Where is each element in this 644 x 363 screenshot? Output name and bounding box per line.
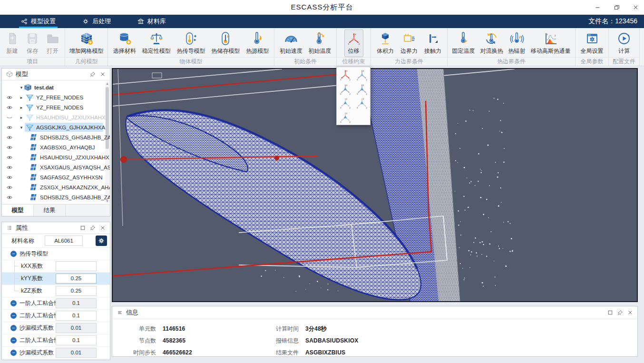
- toolbar-button-contact-force[interactable]: 接触力: [422, 30, 443, 57]
- eye-visible-icon[interactable]: [6, 134, 13, 141]
- property-value-input[interactable]: 0.01: [56, 348, 97, 358]
- panel-tab-2[interactable]: 结果: [34, 205, 66, 216]
- toolbar-button-body-force[interactable]: 体积力: [375, 30, 396, 57]
- pin-icon[interactable]: [616, 309, 624, 316]
- viewport-3d[interactable]: [112, 68, 638, 302]
- close-icon[interactable]: [99, 225, 106, 232]
- eye-visible-icon[interactable]: [6, 144, 13, 151]
- toolbar-button-stability-scale[interactable]: 稳定性模型: [140, 30, 173, 57]
- toolbar-button-speed-gauge[interactable]: 初始速度: [278, 30, 304, 57]
- pin-icon[interactable]: [89, 71, 96, 78]
- collapse-minus-icon[interactable]: −: [10, 325, 17, 331]
- minimize-button[interactable]: [594, 3, 601, 11]
- displacement-option-6-triad-blue-z[interactable]: [355, 96, 369, 109]
- tree-item-12[interactable]: SDHSBJZS_GHSABJHB_ZAHU: [2, 192, 110, 202]
- collapse-minus-icon[interactable]: −: [10, 300, 17, 306]
- toolbar-button-axis-triad-red[interactable]: 位移: [345, 30, 363, 57]
- caret-down-icon[interactable]: ▾: [19, 125, 24, 130]
- info-row: 计算时间3分48秒: [268, 323, 358, 334]
- collapse-minus-icon[interactable]: −: [10, 313, 17, 319]
- toolbar-button-fixed-temp[interactable]: 固定温度: [450, 30, 477, 57]
- tree-item-1[interactable]: ▾test.dat: [2, 82, 110, 92]
- property-value-input[interactable]: 0.01: [56, 323, 97, 333]
- toolbar-button-file-new[interactable]: 新建: [3, 30, 21, 57]
- caret-down-icon[interactable]: ▾: [19, 85, 24, 90]
- info-label: 计算时间: [268, 325, 299, 333]
- boundary-force-icon: [402, 31, 416, 46]
- info-value: 466526622: [163, 349, 192, 356]
- eye-visible-icon[interactable]: [6, 174, 13, 181]
- close-button[interactable]: [632, 3, 639, 11]
- property-value-input[interactable]: 0.25: [56, 274, 97, 284]
- caret-right-icon[interactable]: ▸: [19, 105, 24, 110]
- displacement-option-3-triad-blue-center[interactable]: [339, 82, 352, 96]
- tree-item-11[interactable]: ZSXGX_HSAKAZNZXK_AHASX: [2, 182, 110, 192]
- nav-tab-2[interactable]: 后处理: [77, 15, 117, 28]
- scroll-up-icon[interactable]: ▲: [105, 81, 109, 86]
- toolbar-button-label: 初始温度: [308, 47, 331, 55]
- toolbar-button-radiation[interactable]: 热辐射: [507, 30, 527, 57]
- tree-item-5[interactable]: ▾AGSGKJKG_GJHXAJKHXA: [2, 122, 110, 132]
- toolbar-group-1: 新建保存打开项目: [0, 28, 65, 66]
- tree-item-7[interactable]: XAGBSXG_AYHAQBJ: [2, 142, 110, 152]
- material-settings-button[interactable]: [96, 235, 107, 246]
- property-value-input[interactable]: 0.1: [56, 335, 97, 345]
- maximize-icon[interactable]: [606, 309, 614, 316]
- toolbar-button-folder-open[interactable]: 打开: [44, 30, 62, 57]
- property-value-input[interactable]: [56, 261, 97, 271]
- collapse-minus-icon[interactable]: −: [10, 337, 17, 343]
- material-name-input[interactable]: AL6061: [45, 235, 83, 246]
- toolbar-button-convection[interactable]: 对流换热: [478, 30, 505, 57]
- toolbar-button-thermo-conduct[interactable]: 热传导模型: [175, 30, 207, 57]
- nav-tab-3[interactable]: 材料库: [132, 15, 172, 28]
- displacement-option-5-triad-blue-z[interactable]: [339, 96, 352, 109]
- toolbar-button-compute-play[interactable]: 计算: [615, 30, 633, 57]
- property-value-input[interactable]: 0.1: [56, 298, 97, 308]
- eye-visible-icon[interactable]: [6, 154, 13, 161]
- maximize-icon[interactable]: [79, 225, 86, 232]
- tree-item-4[interactable]: ▸HSAUHDISU_JZXIUXHAHX: [2, 112, 110, 122]
- eye-visible-icon[interactable]: [6, 104, 13, 111]
- eye-visible-icon[interactable]: [6, 184, 13, 191]
- caret-right-icon[interactable]: ▸: [19, 115, 24, 120]
- close-icon[interactable]: [626, 309, 634, 316]
- tree-item-2[interactable]: ▸YZ_FREE_NODES: [2, 92, 110, 102]
- displacement-option-1-triad-red-selected[interactable]: [339, 68, 352, 81]
- property-value-input[interactable]: 0.1: [56, 311, 97, 321]
- eye-visible-icon[interactable]: [6, 124, 13, 131]
- toolbar-button-material-db-add[interactable]: 选择材料: [111, 30, 138, 57]
- tree-item-3[interactable]: ▸YZ_FREE_NODES: [2, 102, 110, 112]
- panel-tab-1[interactable]: 模型: [2, 205, 34, 216]
- toolbar-button-save[interactable]: 保存: [23, 30, 41, 57]
- tree-item-8[interactable]: HSAUHDISU_JZXIUXHAHX: [2, 152, 110, 162]
- toolbar-button-gauss-flux[interactable]: 移动高斯热通量: [529, 30, 573, 57]
- pin-icon[interactable]: [89, 225, 96, 232]
- toolbar-button-thermo-storage[interactable]: 热储存模型: [209, 30, 242, 57]
- tree-item-10[interactable]: SAGFASGZ_ASYHHXSN: [2, 172, 110, 182]
- collapse-minus-icon[interactable]: −: [10, 350, 17, 356]
- toolbar-button-thermo-source[interactable]: 热源模型: [244, 30, 271, 57]
- toolbar-button-mesh-cube-add[interactable]: 增加网格模型: [68, 30, 106, 57]
- toolbar-button-boundary-force[interactable]: 边界力: [399, 30, 420, 57]
- eye-hidden-icon[interactable]: [6, 114, 13, 121]
- eye-visible-icon[interactable]: [6, 94, 13, 101]
- eye-visible-icon[interactable]: [6, 164, 13, 171]
- collapse-minus-icon[interactable]: −: [10, 251, 17, 257]
- nav-tab-1[interactable]: 模型设置: [15, 15, 61, 28]
- toolbar-button-label: 打开: [47, 47, 59, 55]
- toolbar-button-global-settings[interactable]: 全局设置: [579, 30, 605, 57]
- restore-button[interactable]: [613, 3, 620, 11]
- displacement-option-4-triad-blue-center[interactable]: [355, 82, 369, 96]
- property-value-input[interactable]: 0.25: [56, 286, 97, 296]
- tree-item-6[interactable]: SDHSBJZS_GHSABJHB_ZAHU: [2, 132, 110, 142]
- toolbar-button-thermo-initial[interactable]: 初始温度: [306, 30, 333, 57]
- tree-item-9[interactable]: XSAXGAUS_AISYAQSH_ASHX: [2, 162, 110, 172]
- displacement-option-2-triad-gray[interactable]: [355, 68, 369, 81]
- close-icon[interactable]: [99, 71, 106, 78]
- toolbar-group-3: 选择材料稳定性模型热传导模型热储存模型热源模型物体模型: [108, 28, 274, 66]
- eye-visible-icon[interactable]: [6, 194, 13, 201]
- displacement-option-7-triad-blue-z[interactable]: [339, 110, 352, 124]
- viewport-canvas: [113, 69, 637, 301]
- caret-right-icon[interactable]: ▸: [19, 95, 24, 100]
- properties-panel: 属性 材料名称 AL6061 −热传导模型kXX系数kYY系数0.25kZZ系数…: [1, 222, 110, 360]
